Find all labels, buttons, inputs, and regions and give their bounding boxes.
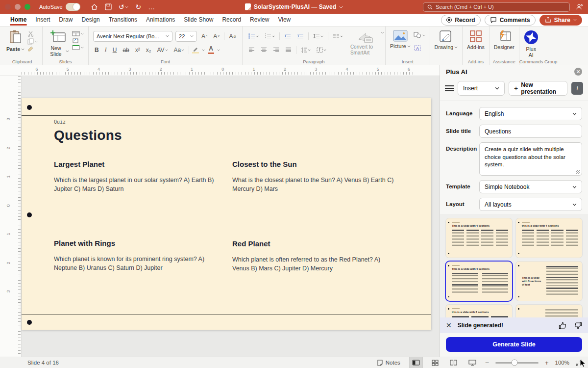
zoom-slider-knob[interactable] [511, 360, 517, 366]
tab-review[interactable]: Review [245, 14, 273, 26]
align-text-button[interactable] [315, 47, 328, 53]
layout-thumbnail-5[interactable]: this is a slide with 3 sections [446, 305, 512, 317]
strikethrough-button[interactable]: ab [121, 47, 130, 53]
info-button[interactable]: i [571, 82, 583, 95]
close-window-button[interactable] [5, 4, 11, 10]
tab-draw[interactable]: Draw [54, 14, 77, 26]
template-select[interactable]: Simple Notebook [479, 180, 582, 193]
home-icon[interactable] [91, 3, 98, 10]
thumbs-up-icon[interactable] [559, 322, 566, 329]
autosave-toggle[interactable] [66, 3, 80, 11]
layout-thumbnail-1[interactable]: This is a slide with 4 sections [446, 218, 512, 258]
slide-title-text[interactable]: Questions [54, 128, 122, 143]
slide[interactable]: Quiz Questions Largest Planet Which is t… [22, 98, 431, 330]
layout-thumbnail-4[interactable]: This is a slide with 3 sections of text [516, 262, 582, 301]
panel-close-icon[interactable]: ✕ [574, 68, 582, 76]
new-slide-button[interactable]: New Slide [47, 30, 69, 57]
document-title[interactable]: SolarSystem-PlusAI — Saved [245, 3, 343, 10]
shapes-button[interactable] [414, 32, 425, 38]
tab-animations[interactable]: Animations [142, 14, 179, 26]
layout-thumbnail-2[interactable]: this is a slide with 4 sections [516, 218, 582, 258]
slide-layout-button[interactable] [72, 31, 84, 36]
slide-eyebrow[interactable]: Quiz [54, 119, 66, 125]
mode-select[interactable]: Insert [458, 81, 505, 96]
reuse-slides-button[interactable] [72, 38, 84, 43]
question-block[interactable]: Largest Planet Which is the largest plan… [54, 160, 217, 193]
cut-button[interactable] [27, 31, 38, 37]
save-icon[interactable] [105, 3, 112, 10]
layout-select[interactable]: All layouts [479, 198, 582, 211]
description-textarea[interactable]: Create a quiz slide with multiple choice… [479, 142, 582, 176]
menu-icon[interactable] [445, 85, 454, 91]
font-color-button[interactable]: A [208, 46, 214, 53]
highlight-color-button[interactable] [192, 47, 199, 53]
paste-button[interactable]: Paste [6, 30, 24, 52]
question-block[interactable]: Red Planet Which planet is often referre… [232, 239, 395, 273]
zoom-slider[interactable] [495, 362, 539, 364]
undo-icon[interactable]: ↺ [119, 3, 129, 10]
increase-indent-button[interactable] [295, 33, 305, 39]
slide-sorter-view-button[interactable] [429, 359, 441, 367]
text-box-button[interactable]: A [414, 45, 425, 52]
zoom-window-button[interactable] [24, 4, 30, 10]
share-button[interactable]: Share [539, 15, 582, 26]
toast-close-icon[interactable]: ✕ [446, 321, 452, 329]
copy-button[interactable] [27, 38, 38, 45]
subscript-button[interactable]: x₂ [145, 47, 153, 53]
thumbs-down-icon[interactable] [574, 322, 582, 329]
format-painter-button[interactable] [27, 46, 38, 52]
plus-ai-button[interactable]: Plus AI [524, 30, 539, 58]
new-presentation-button[interactable]: +New presentation [509, 81, 567, 96]
align-center-button[interactable] [259, 47, 269, 53]
minimize-window-button[interactable] [15, 4, 21, 10]
addins-button[interactable]: Add-ins [467, 30, 485, 50]
decrease-font-size-button[interactable]: A˅ [212, 33, 221, 40]
slideshow-view-button[interactable] [466, 359, 479, 367]
normal-view-button[interactable] [409, 355, 423, 368]
italic-button[interactable]: I [103, 46, 108, 53]
comments-button[interactable]: Comments [485, 15, 536, 26]
section-button[interactable] [72, 45, 84, 50]
character-spacing-button[interactable]: AV [155, 47, 169, 53]
zoom-in-button[interactable]: + [545, 359, 549, 367]
slide-title-input[interactable] [479, 125, 582, 138]
language-select[interactable]: English [479, 107, 582, 120]
change-case-button[interactable]: Aa [172, 47, 186, 53]
question-block[interactable]: Closest to the Sun What is the closest p… [232, 160, 395, 193]
underline-button[interactable]: U [111, 47, 119, 53]
font-size-select[interactable]: 22 [175, 31, 197, 42]
columns-button[interactable] [331, 33, 344, 39]
zoom-level[interactable]: 100% [555, 360, 569, 366]
layout-thumbnail-3-selected[interactable]: This is a slide with 4 sections [446, 262, 512, 301]
record-button[interactable]: Record [441, 15, 480, 26]
tab-record[interactable]: Record [218, 14, 245, 26]
tab-home[interactable]: Home [6, 14, 31, 26]
layout-thumbnail-6[interactable] [516, 305, 582, 317]
font-name-select[interactable]: Avenir Next Regular (Bo... [93, 31, 172, 42]
clear-formatting-button[interactable]: A⌀ [227, 33, 237, 40]
redo-icon[interactable]: ↻ [135, 3, 141, 10]
bold-button[interactable]: B [93, 47, 100, 53]
tab-insert[interactable]: Insert [31, 14, 54, 26]
superscript-button[interactable]: x² [134, 47, 142, 53]
tab-design[interactable]: Design [77, 14, 104, 26]
designer-button[interactable]: Designer [494, 30, 514, 50]
question-block[interactable]: Planet with Rings Which planet is known … [54, 239, 217, 272]
zoom-out-button[interactable]: − [485, 359, 489, 367]
tab-view[interactable]: View [273, 14, 295, 26]
justify-button[interactable] [284, 47, 293, 53]
bullets-button[interactable] [247, 33, 260, 39]
increase-font-size-button[interactable]: A^ [200, 33, 209, 40]
text-direction-button[interactable] [299, 47, 312, 53]
line-spacing-button[interactable] [312, 33, 325, 39]
numbering-button[interactable] [263, 33, 276, 39]
align-left-button[interactable] [247, 47, 256, 53]
generate-slide-button[interactable]: Generate Slide [446, 337, 582, 352]
convert-to-smartart-button[interactable]: Convert to SmartArt [350, 30, 381, 55]
picture-button[interactable]: Picture [390, 30, 411, 49]
search-input[interactable]: Search (Cmd + Ctrl + U) [423, 2, 570, 12]
tab-transitions[interactable]: Transitions [104, 14, 142, 26]
notes-button[interactable]: Notes [374, 359, 403, 367]
tab-slide-show[interactable]: Slide Show [179, 14, 218, 26]
presence-share-icon[interactable] [576, 3, 583, 10]
